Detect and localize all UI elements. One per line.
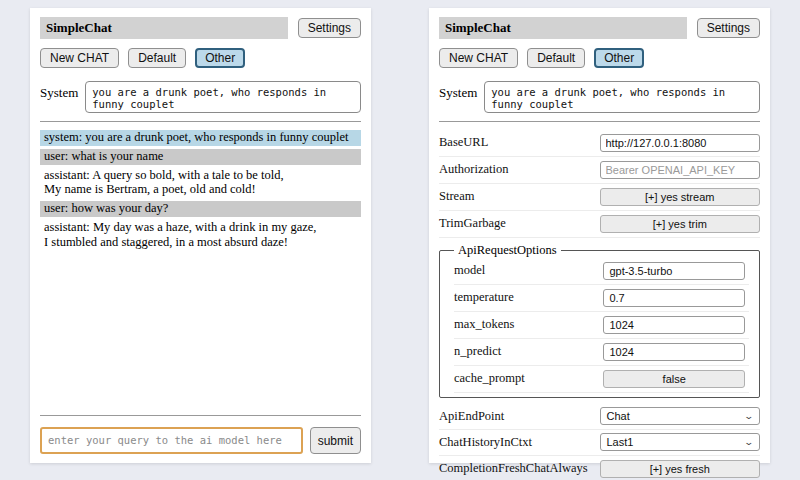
setting-label-trimgarbage: TrimGarbage xyxy=(439,216,600,231)
settings-button[interactable]: Settings xyxy=(697,18,760,38)
setting-control: [+] yes trim xyxy=(600,214,761,233)
setting-row-authorization: Authorization xyxy=(439,157,760,184)
setting-control: false xyxy=(603,369,745,388)
baseurl-input[interactable] xyxy=(600,134,761,152)
authorization-input[interactable] xyxy=(600,161,761,179)
setting-control xyxy=(603,261,745,280)
chat-message-assistant: assistant: My day was a haze, with a dri… xyxy=(40,220,361,251)
setting-control: Last1⌄ xyxy=(600,433,761,451)
chat-message-user: user: how was your day? xyxy=(40,201,361,217)
setting-label-completionfreshchatalways: CompletionFreshChatAlways xyxy=(439,461,600,476)
divider xyxy=(40,121,361,122)
settings-panel: SimpleChat Settings New CHATDefaultOther… xyxy=(429,8,770,463)
divider xyxy=(40,415,361,416)
stream-toggle-button[interactable]: [+] yes stream xyxy=(600,188,761,206)
max_tokens-input[interactable] xyxy=(603,316,745,334)
session-tab-new-chat[interactable]: New CHAT xyxy=(439,48,518,68)
setting-label-model: model xyxy=(454,263,603,278)
setting-label-apiendpoint: ApiEndPoint xyxy=(439,409,600,424)
chat-message-system: system: you are a drunk poet, who respon… xyxy=(40,130,361,146)
setting-row-apiendpoint: ApiEndPointChat⌄ xyxy=(439,404,760,430)
setting-row-temperature: temperature xyxy=(454,285,749,312)
session-tab-default[interactable]: Default xyxy=(527,48,585,68)
setting-row-max_tokens: max_tokens xyxy=(454,312,749,339)
setting-row-completionfreshchatalways: CompletionFreshChatAlways[+] yes fresh xyxy=(439,456,760,480)
app-title: SimpleChat xyxy=(439,17,687,39)
settings-rows-top: BaseURLAuthorizationStream[+] yes stream… xyxy=(439,128,760,238)
session-tabs: New CHATDefaultOther xyxy=(439,48,760,68)
system-label: System xyxy=(40,81,78,101)
setting-row-baseurl: BaseURL xyxy=(439,130,760,157)
setting-label-stream: Stream xyxy=(439,189,600,204)
chathistoryinctxt-selected-value: Last1 xyxy=(607,436,634,448)
settings-rows-bottom: ApiEndPointChat⌄ChatHistoryInCtxtLast1⌄C… xyxy=(439,402,760,480)
apiendpoint-selected-value: Chat xyxy=(607,410,630,422)
chevron-down-icon: ⌄ xyxy=(744,411,755,421)
session-tab-new-chat[interactable]: New CHAT xyxy=(40,48,119,68)
system-label: System xyxy=(439,81,477,101)
submit-button[interactable]: submit xyxy=(310,427,361,454)
chevron-down-icon: ⌄ xyxy=(744,437,755,447)
query-footer: submit xyxy=(40,427,361,454)
session-tab-default[interactable]: Default xyxy=(128,48,186,68)
temperature-input[interactable] xyxy=(603,289,745,307)
setting-control xyxy=(603,315,745,334)
setting-label-max_tokens: max_tokens xyxy=(454,317,603,332)
setting-control xyxy=(603,288,745,307)
setting-control: Chat⌄ xyxy=(600,407,761,425)
model-input[interactable] xyxy=(603,262,745,280)
chat-message-assistant: assistant: A query so bold, with a tale … xyxy=(40,168,361,199)
setting-row-cache_prompt: cache_promptfalse xyxy=(454,366,749,393)
system-prompt-row: System you are a drunk poet, who respond… xyxy=(439,81,760,113)
setting-label-temperature: temperature xyxy=(454,290,603,305)
setting-row-model: model xyxy=(454,258,749,285)
cache_prompt-toggle-button[interactable]: false xyxy=(603,370,745,388)
setting-control: [+] yes stream xyxy=(600,187,761,206)
completionfreshchatalways-toggle-button[interactable]: [+] yes fresh xyxy=(600,460,761,478)
settings-rows-group: modeltemperaturemax_tokensn_predictcache… xyxy=(454,258,749,393)
chathistoryinctxt-select[interactable]: Last1⌄ xyxy=(600,433,761,451)
trimgarbage-toggle-button[interactable]: [+] yes trim xyxy=(600,215,761,233)
setting-row-chathistoryinctxt: ChatHistoryInCtxtLast1⌄ xyxy=(439,430,760,456)
setting-label-baseurl: BaseURL xyxy=(439,135,600,150)
titlebar: SimpleChat Settings xyxy=(439,17,760,39)
setting-control xyxy=(600,160,761,179)
setting-row-trimgarbage: TrimGarbage[+] yes trim xyxy=(439,211,760,238)
session-tab-other[interactable]: Other xyxy=(594,48,644,68)
group-legend: ApiRequestOptions xyxy=(454,243,561,258)
setting-label-chathistoryinctxt: ChatHistoryInCtxt xyxy=(439,435,600,450)
session-tab-other[interactable]: Other xyxy=(195,48,245,68)
setting-control xyxy=(600,133,761,152)
system-prompt-input[interactable]: you are a drunk poet, who responds in fu… xyxy=(85,81,361,113)
system-prompt-row: System you are a drunk poet, who respond… xyxy=(40,81,361,113)
system-prompt-input[interactable]: you are a drunk poet, who responds in fu… xyxy=(484,81,760,113)
api-request-options-group: ApiRequestOptions modeltemperaturemax_to… xyxy=(439,243,760,398)
setting-row-stream: Stream[+] yes stream xyxy=(439,184,760,211)
n_predict-input[interactable] xyxy=(603,343,745,361)
chat-message-user: user: what is your name xyxy=(40,149,361,165)
setting-label-n_predict: n_predict xyxy=(454,344,603,359)
app-title: SimpleChat xyxy=(40,17,288,39)
apiendpoint-select[interactable]: Chat⌄ xyxy=(600,407,761,425)
session-tabs: New CHATDefaultOther xyxy=(40,48,361,68)
query-input[interactable] xyxy=(40,427,303,454)
setting-label-cache_prompt: cache_prompt xyxy=(454,371,603,386)
setting-control xyxy=(603,342,745,361)
divider xyxy=(439,121,760,122)
chat-panel: SimpleChat Settings New CHATDefaultOther… xyxy=(30,8,371,463)
chat-message-list: system: you are a drunk poet, who respon… xyxy=(40,128,361,407)
setting-control: [+] yes fresh xyxy=(600,459,761,478)
setting-label-authorization: Authorization xyxy=(439,162,600,177)
settings-button[interactable]: Settings xyxy=(298,18,361,38)
setting-row-n_predict: n_predict xyxy=(454,339,749,366)
titlebar: SimpleChat Settings xyxy=(40,17,361,39)
